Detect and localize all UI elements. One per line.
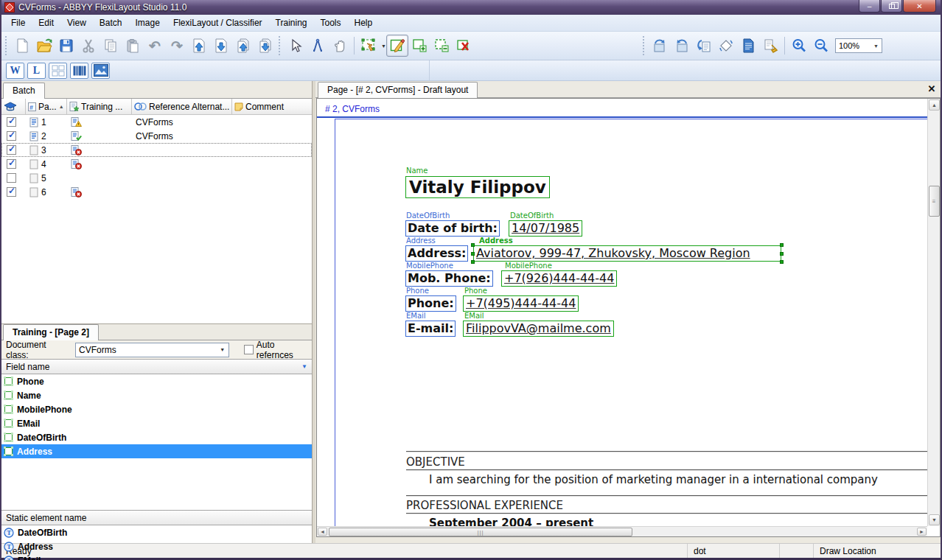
last-page-button[interactable] (254, 35, 276, 57)
field-region-address-selected[interactable]: Aviatorov, 999-47, Zhukovsky, Moscow Reg… (473, 245, 781, 262)
column-reference-alternatives[interactable]: Reference Alternat... (132, 99, 232, 115)
toolbar-grip[interactable] (5, 36, 9, 55)
menu-edit[interactable]: Edit (32, 15, 60, 30)
zoom-dropdown-arrow[interactable]: ▼ (871, 39, 882, 52)
tab-batch[interactable]: Batch (3, 83, 45, 99)
rotate-clockwise-button[interactable] (649, 35, 671, 57)
field-region-phone[interactable]: +7(495)444-44-44 (463, 295, 579, 312)
zoom-level-combobox[interactable]: 100% ▼ (835, 38, 882, 53)
field-region-dateofbirth[interactable]: 14/07/1985 (509, 220, 582, 237)
new-button[interactable] (11, 35, 33, 57)
static-region-dateofbirth[interactable]: Date of birth: (405, 220, 500, 237)
menu-help[interactable]: Help (348, 15, 380, 30)
vertical-scrollbar[interactable]: ▲ ≡ ▼ (927, 99, 940, 526)
paste-button[interactable] (122, 35, 144, 57)
row-checkbox[interactable] (7, 159, 16, 169)
field-item-address-selected[interactable]: Address (1, 444, 312, 458)
column-comment[interactable]: Comment (232, 99, 312, 115)
close-button[interactable]: ✕ (903, 0, 936, 13)
field-region-name[interactable]: Vitaly Filippov (405, 176, 550, 198)
field-item-email[interactable]: EMail (1, 416, 312, 430)
restore-button[interactable] (881, 0, 902, 13)
menu-file[interactable]: File (4, 15, 32, 30)
field-item-mobilephone[interactable]: MobilePhone (1, 402, 312, 416)
static-item-email[interactable]: TEMail (1, 553, 312, 560)
analyze-document-button[interactable] (737, 35, 759, 57)
tab-training-page2[interactable]: Training - [Page 2] (3, 324, 99, 340)
batch-row[interactable]: 4 (1, 157, 312, 171)
vertical-scroll-thumb[interactable]: ≡ (929, 186, 940, 217)
field-item-name[interactable]: Name (1, 388, 312, 402)
toolbar-grip[interactable] (279, 36, 282, 55)
batch-row-selected[interactable]: 3 (1, 143, 312, 157)
save-button[interactable] (55, 35, 77, 57)
scroll-left-button[interactable]: ◄ (318, 528, 327, 536)
scroll-up-button[interactable]: ▲ (929, 99, 940, 111)
horizontal-scroll-thumb[interactable]: ||| (329, 528, 632, 536)
menu-flexilayout-classifier[interactable]: FlexiLayout / Classifier (167, 15, 269, 30)
static-region-mobilephone[interactable]: Mob. Phone: (405, 270, 493, 287)
column-pages[interactable]: # Pa... ▲ (26, 99, 67, 115)
cleanup-image-button[interactable] (759, 35, 781, 57)
scroll-down-button[interactable]: ▼ (929, 514, 940, 525)
batch-row[interactable]: 1 CVForms (1, 115, 312, 129)
resize-handle[interactable] (780, 252, 784, 256)
undo-button[interactable]: ↶ (144, 35, 166, 57)
batch-row[interactable]: 6 (1, 185, 312, 199)
field-item-phone[interactable]: Phone (1, 374, 312, 388)
open-button[interactable] (33, 35, 55, 57)
next-page-button[interactable] (210, 35, 232, 57)
close-pane-icon[interactable]: ✕ (926, 83, 938, 94)
rotate-counterclockwise-button[interactable] (671, 35, 693, 57)
pointer-tool-button[interactable] (285, 35, 307, 57)
field-region-mobilephone[interactable]: +7(926)444-44-44 (501, 270, 617, 287)
minimize-button[interactable]: – (859, 0, 880, 13)
first-page-button[interactable] (232, 35, 254, 57)
copy-button[interactable] (100, 35, 122, 57)
batch-row[interactable]: 5 (1, 171, 312, 185)
document-class-combobox[interactable]: CVForms ▼ (75, 343, 229, 357)
field-name-header[interactable]: Field name ▼ (1, 359, 312, 374)
horizontal-scrollbar[interactable]: ◄ ||| ► (317, 526, 927, 536)
barcode-block-button[interactable] (70, 63, 88, 79)
layout-block-button[interactable]: L (27, 63, 46, 79)
zoom-in-button[interactable] (788, 35, 810, 57)
scroll-right-button[interactable]: ► (917, 528, 927, 536)
draw-region-tool-button[interactable] (386, 35, 408, 57)
redo-button[interactable]: ↷ (166, 35, 188, 57)
zoom-out-button[interactable] (810, 35, 832, 57)
hand-tool-button[interactable] (329, 35, 351, 57)
rotate-page-button[interactable] (693, 35, 715, 57)
static-item-address[interactable]: TAddress (1, 539, 312, 553)
delete-region-tool-button[interactable] (453, 35, 475, 57)
row-checkbox[interactable] (7, 131, 16, 141)
resize-handle[interactable] (780, 260, 784, 264)
measure-tool-button[interactable] (307, 35, 329, 57)
column-training[interactable]: Training ... (67, 99, 132, 115)
page-canvas[interactable]: # 2, CVForms Name Vitaly Filippov DateOf… (317, 99, 927, 526)
menu-image[interactable]: Image (129, 15, 167, 30)
separator-block-button[interactable] (49, 63, 67, 79)
resize-handle[interactable] (471, 252, 475, 256)
menu-view[interactable]: View (60, 15, 93, 30)
document-page[interactable]: Name Vitaly Filippov DateOfBirth DateOfB… (335, 119, 927, 526)
menu-tools[interactable]: Tools (314, 15, 348, 30)
static-element-header[interactable]: Static element name (1, 510, 312, 525)
row-checkbox[interactable] (7, 117, 16, 127)
field-item-dateofbirth[interactable]: DateOfBirth (1, 430, 312, 444)
static-item-dateofbirth[interactable]: TDateOfBirth (1, 525, 312, 539)
select-region-dropdown[interactable]: ▼ (381, 43, 386, 49)
resize-handle[interactable] (471, 243, 475, 247)
subtract-region-tool-button[interactable] (430, 35, 453, 57)
toolbar-grip[interactable] (643, 36, 646, 55)
menu-training[interactable]: Training (269, 15, 314, 30)
document-class-dropdown-arrow[interactable]: ▼ (217, 343, 228, 357)
add-region-tool-button[interactable] (408, 35, 430, 57)
tab-page-draft-layout[interactable]: Page - [# 2, CVForms] - Draft layout (318, 82, 478, 98)
field-region-email[interactable]: FilippovVA@mailme.com (463, 321, 614, 337)
picture-block-button[interactable] (91, 63, 110, 79)
deskew-button[interactable] (715, 35, 737, 57)
column-training-flag[interactable] (1, 99, 26, 115)
static-region-address[interactable]: Address: (405, 245, 468, 262)
word-block-button[interactable]: W (6, 63, 24, 79)
